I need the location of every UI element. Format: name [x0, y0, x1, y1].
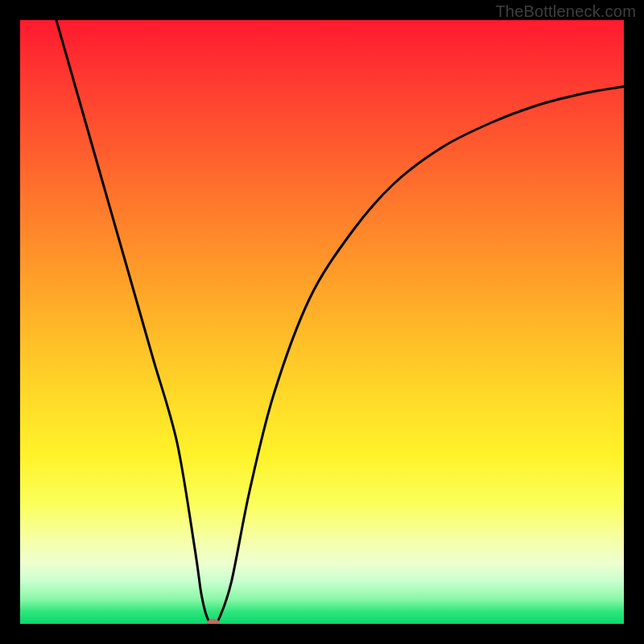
attribution-label: TheBottleneck.com [495, 2, 636, 21]
bottleneck-curve-path [56, 20, 624, 624]
chart-frame: TheBottleneck.com [0, 0, 644, 644]
bottleneck-curve-svg [20, 20, 624, 624]
plot-area [20, 20, 624, 624]
